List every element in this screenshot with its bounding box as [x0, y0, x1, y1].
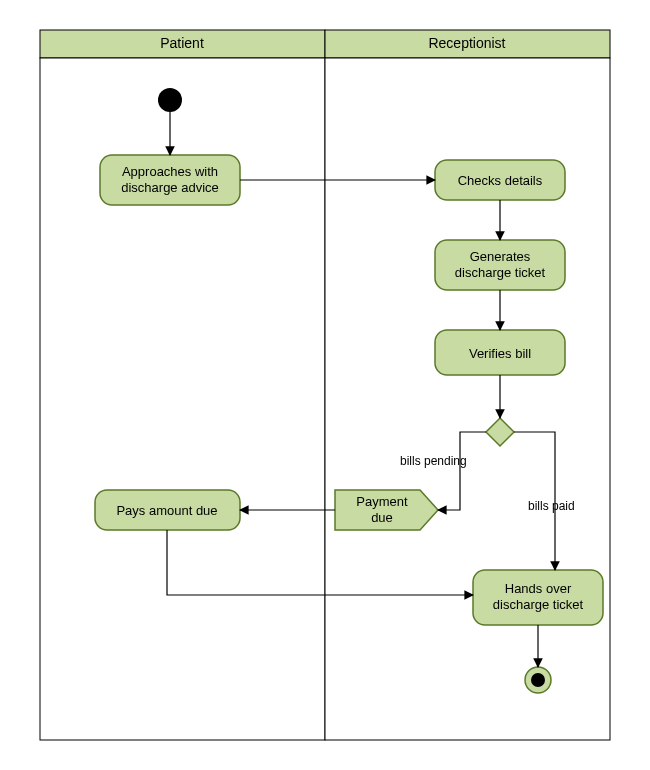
initial-node	[158, 88, 182, 112]
svg-text:Approaches with: Approaches with	[122, 164, 218, 179]
signal-payment-due: Payment due	[335, 490, 438, 530]
svg-text:discharge advice: discharge advice	[121, 180, 219, 195]
guard-pending: bills pending	[400, 454, 467, 468]
lane-title-receptionist: Receptionist	[428, 35, 505, 51]
activity-checks: Checks details	[435, 160, 565, 200]
svg-text:Pays amount due: Pays amount due	[116, 503, 217, 518]
guard-paid: bills paid	[528, 499, 575, 513]
lane-title-patient: Patient	[160, 35, 204, 51]
svg-text:discharge ticket: discharge ticket	[493, 597, 584, 612]
activity-diagram: Patient Receptionist Approaches with dis…	[0, 0, 650, 770]
svg-text:Payment: Payment	[356, 494, 408, 509]
final-node	[525, 667, 551, 693]
swimlane-frame: Patient Receptionist	[40, 30, 610, 740]
svg-text:Generates: Generates	[470, 249, 531, 264]
activity-generates: Generates discharge ticket	[435, 240, 565, 290]
svg-text:Checks details: Checks details	[458, 173, 543, 188]
svg-text:Hands over: Hands over	[505, 581, 572, 596]
activity-hands-over: Hands over discharge ticket	[473, 570, 603, 625]
svg-point-23	[531, 673, 545, 687]
activity-pays: Pays amount due	[95, 490, 240, 530]
svg-text:due: due	[371, 510, 393, 525]
activity-verifies: Verifies bill	[435, 330, 565, 375]
svg-text:Verifies bill: Verifies bill	[469, 346, 531, 361]
svg-text:discharge ticket: discharge ticket	[455, 265, 546, 280]
activity-approach: Approaches with discharge advice	[100, 155, 240, 205]
